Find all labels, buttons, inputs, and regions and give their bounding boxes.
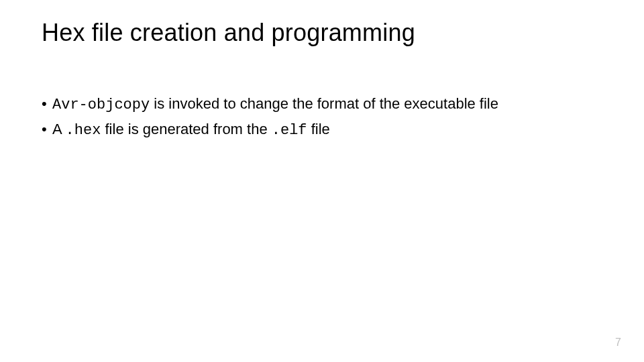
- code-avr-objcopy: Avr-objcopy: [52, 97, 150, 113]
- bullet-item: • A .hex file is generated from the .elf…: [42, 119, 598, 141]
- bullet-text-fragment: file: [307, 121, 330, 137]
- bullet-text-fragment: file is generated from the: [101, 121, 271, 137]
- code-elf: .elf: [272, 122, 307, 139]
- bullet-item: • Avr-objcopy is invoked to change the f…: [42, 94, 598, 115]
- slide-title: Hex file creation and programming: [42, 19, 415, 47]
- bullet-dot-icon: •: [42, 94, 52, 114]
- page-number: 7: [615, 337, 621, 349]
- slide: Hex file creation and programming • Avr-…: [0, 0, 644, 362]
- bullet-dot-icon: •: [42, 119, 52, 139]
- bullet-text: A .hex file is generated from the .elf f…: [52, 119, 598, 141]
- slide-body: • Avr-objcopy is invoked to change the f…: [42, 94, 598, 144]
- bullet-text-fragment: A: [52, 121, 66, 137]
- bullet-text: Avr-objcopy is invoked to change the for…: [52, 94, 598, 115]
- code-hex: .hex: [66, 122, 101, 139]
- bullet-text-fragment: is invoked to change the format of the e…: [150, 95, 498, 112]
